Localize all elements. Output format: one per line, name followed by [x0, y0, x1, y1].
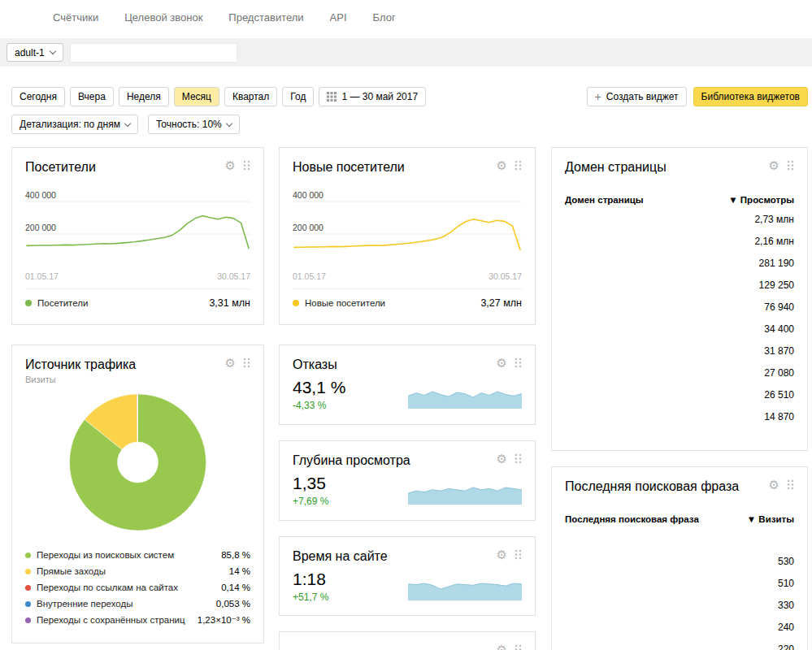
counter-bar: adult-1: [0, 38, 812, 67]
metric-delta: +51,7 %: [293, 592, 328, 603]
legend-dot: [25, 300, 32, 306]
period-button-4[interactable]: Месяц: [174, 87, 219, 106]
counter-select[interactable]: adult-1: [7, 43, 63, 62]
table-row[interactable]: 2,16 млн: [565, 230, 794, 252]
row-value: 26 510: [764, 389, 794, 401]
table-row[interactable]: 129 250: [565, 274, 794, 296]
widget-drag-icon[interactable]: [787, 479, 794, 490]
plus-icon: +: [595, 91, 601, 102]
widget-drag-icon[interactable]: [515, 160, 522, 171]
widget-drag-icon[interactable]: [243, 160, 250, 171]
legend-label: Переходы по ссылкам на сайтах: [37, 583, 178, 592]
precision-label: Точность: 10%: [156, 119, 222, 130]
metric-value: 1,35: [293, 474, 328, 493]
widget-settings-icon[interactable]: ⚙: [225, 159, 236, 171]
widget-drag-icon[interactable]: [787, 160, 794, 171]
metric-delta: -4,33 %: [293, 400, 345, 411]
widget-drag-icon[interactable]: [515, 453, 522, 464]
top-nav: СчётчикиЦелевой звонокПредставителиAPIБл…: [0, 0, 812, 38]
widget-title: Домен страницы: [565, 159, 667, 176]
widget-drag-icon[interactable]: [515, 644, 522, 650]
table-row[interactable]: 510: [565, 572, 794, 594]
legend-dot: [25, 601, 31, 607]
legend-item: Переходы из поисковых систем85,8 %: [25, 547, 250, 563]
period-button-2[interactable]: Вчера: [70, 87, 114, 106]
widget-settings-icon[interactable]: ⚙: [497, 548, 507, 561]
table-row[interactable]: 330: [565, 594, 794, 616]
nav-item-3[interactable]: Представители: [228, 11, 303, 38]
widget-bounce-rate: Отказы ⚙ 43,1 % -4,33 %: [279, 344, 536, 425]
svg-text:200 000: 200 000: [293, 223, 323, 232]
visitors-chart-svg: 400 000200 000: [25, 192, 250, 270]
table-row[interactable]: 240: [565, 616, 794, 638]
x-axis-end: 30.05.17: [217, 271, 250, 281]
create-widget-button[interactable]: + Создать виджет: [587, 87, 687, 106]
x-axis-labels: 01.05.17 30.05.17: [25, 271, 250, 281]
counter-search-input[interactable]: [70, 43, 237, 63]
row-value: 31 870: [764, 345, 794, 357]
widget-title: Отказы: [293, 357, 337, 373]
table-row[interactable]: 2,73 млн: [565, 208, 794, 230]
widget-settings-icon[interactable]: ⚙: [497, 644, 507, 650]
column-sort-views[interactable]: ▼ Просмотры: [728, 195, 794, 205]
depth-spark-svg: [408, 483, 522, 505]
period-button-1[interactable]: Сегодня: [11, 87, 65, 106]
widget-settings-icon[interactable]: ⚙: [497, 357, 507, 369]
widget-title: Время на сайте: [293, 548, 388, 565]
legend-value: 0,053 %: [216, 599, 250, 609]
chevron-down-icon: [49, 48, 55, 54]
counter-name: adult-1: [15, 47, 45, 58]
widget-drag-icon[interactable]: [243, 358, 250, 368]
depth-sparkline: [408, 483, 522, 505]
table-header: Домен страницы ▼ Просмотры: [565, 195, 794, 205]
table-row[interactable]: 31 870: [565, 340, 794, 362]
nav-item-2[interactable]: Целевой звонок: [124, 11, 202, 38]
new-visitors-chart-svg: 400 000200 000: [293, 192, 522, 270]
precision-dropdown[interactable]: Точность: 10%: [148, 115, 240, 134]
legend-value: 85,8 %: [221, 550, 250, 560]
nav-item-5[interactable]: Блог: [373, 11, 396, 38]
x-axis-start: 01.05.17: [293, 271, 326, 281]
row-value: 2,73 млн: [754, 214, 794, 225]
widget-title: Последняя поисковая фраза: [565, 479, 739, 495]
widget-settings-icon[interactable]: ⚙: [497, 159, 507, 171]
column-sort-visits[interactable]: ▼ Визиты: [747, 514, 794, 524]
widget-settings-icon[interactable]: ⚙: [769, 159, 779, 171]
column-dimension[interactable]: Домен страницы: [565, 195, 644, 205]
widget-settings-icon[interactable]: ⚙: [225, 357, 236, 369]
table-row[interactable]: 76 940: [565, 296, 794, 318]
svg-text:400 000: 400 000: [293, 192, 323, 200]
legend-dot: [293, 300, 299, 306]
metric-value-block: 1,35 +7,69 %: [293, 470, 328, 507]
date-range-button[interactable]: 1 — 30 май 2017: [319, 87, 426, 106]
table-row[interactable]: 34 400: [565, 318, 794, 340]
nav-item-4[interactable]: API: [330, 11, 347, 38]
legend-dot: [25, 552, 31, 558]
widget-library-button[interactable]: Библиотека виджетов: [693, 87, 808, 106]
widget-settings-icon[interactable]: ⚙: [497, 453, 507, 465]
period-button-6[interactable]: Год: [282, 87, 314, 106]
table-row[interactable]: 281 190: [565, 252, 794, 274]
table-row[interactable]: 220: [565, 638, 794, 650]
widget-last-search-phrase: Последняя поисковая фраза ⚙ Последняя по…: [551, 466, 808, 650]
row-value: 530: [778, 556, 794, 567]
legend-label: Посетители: [37, 298, 88, 308]
widget-settings-icon[interactable]: ⚙: [769, 479, 779, 491]
table-row[interactable]: 14 870: [565, 405, 794, 427]
svg-text:200 000: 200 000: [25, 223, 56, 232]
column-dimension[interactable]: Последняя поисковая фраза: [565, 514, 699, 524]
widget-drag-icon[interactable]: [515, 358, 522, 368]
period-button-3[interactable]: Неделя: [119, 87, 169, 106]
widget-drag-icon[interactable]: [515, 549, 522, 560]
legend-dot: [25, 618, 31, 623]
period-button-5[interactable]: Квартал: [224, 87, 277, 106]
table-row[interactable]: 530: [565, 550, 794, 572]
detalization-dropdown[interactable]: Детализация: по дням: [11, 115, 138, 134]
table-row[interactable]: 27 080: [565, 362, 794, 384]
widget-new-visitors: Новые посетители ⚙ 400 000200 000 01.05.…: [279, 147, 536, 325]
widget-title: Источник трафика: [25, 357, 136, 373]
nav-item-1[interactable]: Счётчики: [53, 11, 98, 38]
table-row[interactable]: 26 510: [565, 384, 794, 405]
legend-value: 3,31 млн: [209, 297, 250, 309]
widget-time-on-site: Время на сайте ⚙ 1:18 +51,7 %: [279, 536, 536, 616]
